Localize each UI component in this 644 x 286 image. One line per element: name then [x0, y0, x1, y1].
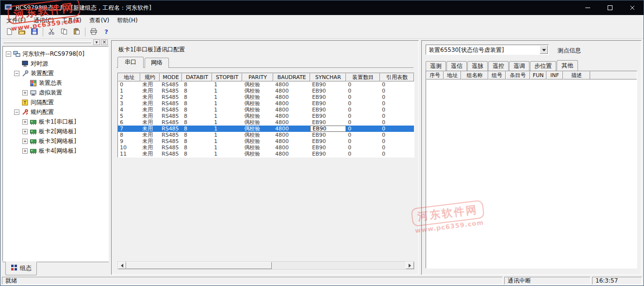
scroll-left-button[interactable]	[118, 262, 126, 269]
tab-zutai[interactable]: 组态	[5, 262, 37, 275]
tree-item[interactable]: +板卡1[串口板]	[3, 117, 108, 127]
points-column-header[interactable]: 描述	[563, 71, 590, 79]
menu-item-4[interactable]: 帮助(H)	[113, 16, 141, 26]
points-column-header[interactable]: 组号	[488, 71, 506, 79]
serial-config-tab-0[interactable]: 串口	[117, 57, 144, 68]
table-row[interactable]: 8未用RS48581偶校验4800EB9000	[118, 132, 414, 138]
table-cell: 未用	[140, 138, 160, 144]
table-row[interactable]: 3未用RS48581偶校验4800EB9000	[118, 100, 414, 107]
dock-arrow-icon[interactable]: ▾	[93, 39, 100, 45]
expander-icon[interactable]: −	[14, 71, 19, 76]
table-row[interactable]: 10未用RS48581偶校验4800EB9000	[118, 144, 414, 151]
table-cell: 8	[182, 88, 212, 94]
table-cell: 0	[380, 88, 414, 94]
scroll-right-icon	[409, 264, 413, 268]
expander-icon[interactable]: +	[22, 90, 28, 95]
column-header[interactable]: DATABIT	[182, 73, 212, 81]
help-button[interactable]: ?	[100, 27, 112, 37]
points-tab-0[interactable]: 遥测	[426, 61, 446, 71]
points-tab-4[interactable]: 遥调	[509, 61, 529, 71]
paste-button[interactable]	[71, 27, 83, 37]
serial-port-table: 地址规约MODEDATABITSTOPBITPARITYBAUDRATESYNC…	[117, 73, 414, 158]
table-row[interactable]: 6未用RS48581偶校验4800EB9000	[118, 119, 414, 126]
expander-icon[interactable]: +	[22, 139, 28, 144]
column-header[interactable]: 规约	[140, 73, 160, 81]
maximize-button[interactable]	[599, 0, 621, 15]
table-row[interactable]: 11未用RS48581偶校验4800EB9000	[118, 151, 414, 157]
svg-text:?: ?	[104, 28, 108, 35]
expander-icon[interactable]: +	[22, 148, 28, 154]
tree-item[interactable]: +板卡4[网络板]	[3, 146, 108, 156]
dock-close-icon[interactable]: ×	[101, 39, 108, 45]
minimize-button[interactable]	[577, 0, 599, 15]
expander-icon[interactable]: +	[22, 129, 28, 134]
table-row[interactable]: 0未用RS48581偶校验4800EB9000	[118, 81, 414, 88]
table-cell: 0	[346, 138, 380, 144]
points-column-header[interactable]: FUN	[530, 71, 546, 79]
menu-item-1[interactable]: 通讯(C)	[30, 16, 58, 26]
column-header[interactable]: 装置数目	[346, 73, 380, 81]
tree-item[interactable]: −河东软件--RCS9798[0]	[3, 49, 108, 59]
points-column-header[interactable]: 序号	[426, 71, 444, 79]
table-row[interactable]: 4未用RS48581偶校验4800EB9000	[118, 107, 414, 113]
column-header[interactable]: 地址	[118, 73, 140, 81]
save-button[interactable]	[29, 27, 40, 37]
serial-config-tab-1[interactable]: 网络	[145, 58, 169, 68]
column-header[interactable]: 引用表数	[380, 73, 414, 81]
table-cell: 0	[346, 94, 380, 100]
table-row[interactable]: 9未用RS48581偶校验4800EB9000	[118, 138, 414, 144]
menu-item-3[interactable]: 查看(V)	[85, 16, 114, 26]
menu-item-0[interactable]: 文件(F)	[2, 16, 30, 26]
table-cell: 1	[212, 144, 242, 151]
close-button[interactable]	[621, 0, 644, 15]
table-row[interactable]: 1未用RS48581偶校验4800EB9000	[118, 88, 414, 94]
dropdown-arrow-icon[interactable]	[540, 46, 548, 54]
tree-item[interactable]: +虚拟装置	[3, 88, 108, 97]
points-column-header[interactable]: 地址	[444, 71, 461, 79]
scroll-right-button[interactable]	[406, 262, 414, 269]
scroll-thumb[interactable]	[126, 262, 272, 269]
column-header[interactable]: STOPBIT	[212, 73, 242, 81]
synchar-edit-input[interactable]: EB90	[310, 126, 346, 132]
tree-item[interactable]: +板卡2[网络板]	[3, 127, 108, 136]
points-tab-6[interactable]: 其他	[557, 60, 578, 71]
column-header[interactable]: MODE	[160, 73, 182, 81]
points-tab-2[interactable]: 遥脉	[467, 61, 488, 71]
device-select[interactable]: 装置65530[状态信号虚装置]	[426, 45, 549, 55]
tree-item[interactable]: 装置总表	[3, 78, 108, 88]
new-file-button[interactable]	[3, 27, 15, 37]
table-cell: 8	[182, 151, 212, 157]
tree-item[interactable]: 对时源	[3, 59, 108, 68]
column-header[interactable]: PARITY	[242, 73, 273, 81]
expander-icon[interactable]: −	[6, 51, 11, 57]
column-header[interactable]: BAUDRATE	[273, 73, 310, 81]
table-cell: 偶校验	[242, 132, 273, 138]
table-row[interactable]: 5未用RS48581偶校验4800EB9000	[118, 113, 414, 119]
table-row[interactable]: 2未用RS48581偶校验4800EB9000	[118, 94, 414, 100]
print-button[interactable]	[88, 27, 99, 37]
tree-item[interactable]: −规约配置	[3, 107, 108, 117]
table-cell: 0	[380, 94, 414, 100]
table-row[interactable]: 7未用RS48581偶校验4800EB9000	[118, 126, 414, 132]
points-tab-5[interactable]: 步位置	[530, 61, 556, 71]
cut-button[interactable]	[46, 27, 57, 37]
tree-item[interactable]: −装置配置	[3, 68, 108, 78]
tree-item[interactable]: +板卡3[网络板]	[3, 136, 108, 146]
expander-icon[interactable]: +	[22, 119, 28, 125]
points-column-header[interactable]: INF	[546, 71, 563, 79]
open-file-button[interactable]	[16, 27, 28, 37]
menu-item-2[interactable]: 工具(T)	[58, 16, 85, 26]
points-column-header[interactable]: 条目号	[506, 71, 530, 79]
points-tab-3[interactable]: 遥控	[488, 61, 509, 71]
points-tab-1[interactable]: 遥信	[446, 61, 467, 71]
points-column-header[interactable]: 组名称	[461, 71, 488, 79]
table-cell: 8	[182, 119, 212, 126]
copy-button[interactable]	[58, 27, 70, 37]
dock-grip[interactable]	[3, 42, 91, 43]
expander-icon[interactable]: −	[14, 110, 19, 115]
horizontal-scrollbar[interactable]	[117, 261, 414, 270]
table-cell: RS485	[160, 88, 182, 94]
tree-item[interactable]: 间隔配置	[3, 97, 108, 107]
status-comm: 通讯中断	[504, 277, 591, 285]
column-header[interactable]: SYNCHAR	[310, 73, 346, 81]
